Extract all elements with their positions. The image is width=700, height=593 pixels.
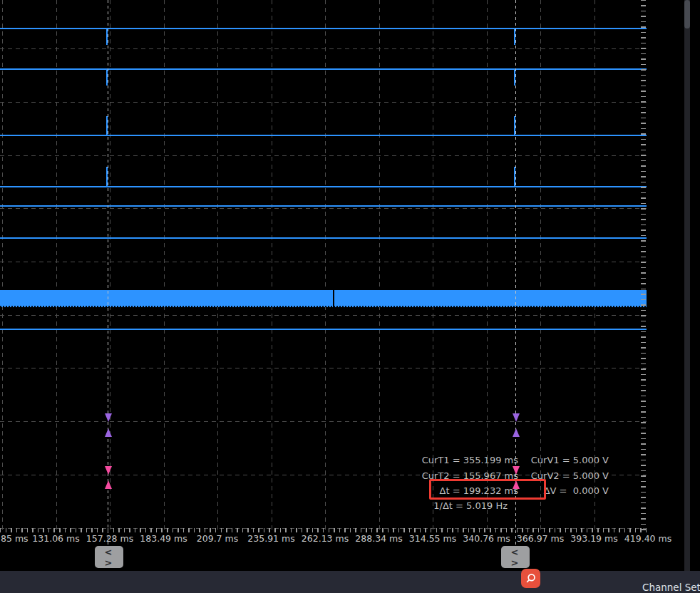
bottom-bar: Channel Set xyxy=(0,571,700,593)
oscilloscope-screen: 85 ms131.06 ms157.28 ms183.49 ms209.7 ms… xyxy=(0,0,700,593)
readout-inverse-delta-t: 1/Δt = 5.019 Hz xyxy=(433,500,508,511)
vertical-scrollbar[interactable] xyxy=(684,0,690,571)
channel-settings-button[interactable]: Channel Set xyxy=(642,582,700,593)
cursor-readout: CurT1 = 355.199 ms CurT2 = 155.967 ms Δt… xyxy=(0,0,700,571)
cursor-t2-handle[interactable]: < > xyxy=(95,546,123,568)
delta-t-highlight-box xyxy=(429,479,546,500)
readout-delta-v: ΔV = 0.000 V xyxy=(544,485,609,496)
readout-curv1: CurV1 = 5.000 V xyxy=(531,455,609,465)
waveform-plot-area[interactable]: 85 ms131.06 ms157.28 ms183.49 ms209.7 ms… xyxy=(0,0,700,571)
readout-curt1: CurT1 = 355.199 ms xyxy=(422,455,518,465)
magnifier-icon xyxy=(525,572,537,585)
cursor-t1-handle[interactable]: < > xyxy=(501,546,530,568)
magnifier-button[interactable] xyxy=(521,569,540,588)
vertical-scrollbar-thumb[interactable] xyxy=(684,0,690,29)
